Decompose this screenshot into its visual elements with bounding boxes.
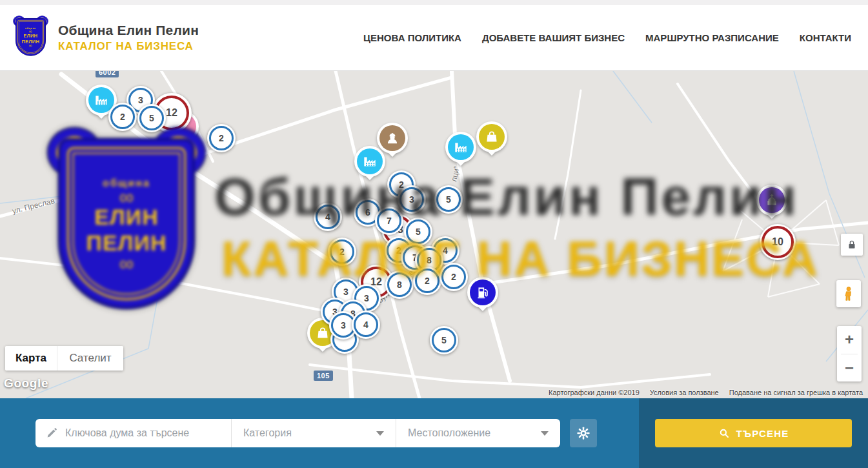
advanced-settings-button[interactable] [570, 419, 597, 447]
factory-pin-marker[interactable] [445, 132, 476, 172]
pin-head [756, 185, 787, 216]
search-button-label: ТЪРСЕНЕ [736, 428, 789, 439]
cluster-marker[interactable]: 2 [108, 103, 137, 131]
top-strip [0, 0, 868, 5]
cluster-count: 3 [399, 187, 425, 212]
pin-head [476, 121, 507, 152]
google-logo[interactable]: Google [4, 376, 48, 391]
report-error-link[interactable]: Подаване на сигнал за грешка в картата [729, 389, 863, 396]
cluster-count: 2 [330, 239, 355, 265]
cluster-marker[interactable]: 10 [760, 224, 796, 260]
site-logo[interactable]: община ЕЛИН ПЕЛИН Община Елин Пелин КАТА… [15, 18, 199, 58]
emblem-shield: община ЕЛИН ПЕЛИН [15, 18, 46, 56]
cluster-marker[interactable]: 5 [137, 104, 166, 132]
nav-item-3[interactable]: МАРШРУТНО РАЗПИСАНИЕ [645, 32, 779, 43]
cluster-marker[interactable]: 4 [352, 310, 380, 339]
emblem-flourish-icon [29, 44, 32, 47]
site-title: Община Елин Пелин [58, 23, 199, 38]
chevron-down-icon [541, 431, 549, 436]
cluster-marker[interactable]: 2 [207, 124, 236, 152]
lock-button[interactable] [841, 234, 863, 256]
map-type-control: Карта Сателит [5, 346, 123, 371]
cluster-count: 2 [415, 269, 440, 294]
location-select-value: Местоположение [408, 427, 490, 439]
cluster-marker[interactable]: 3 [398, 185, 426, 214]
cluster-marker[interactable]: 4 [314, 203, 342, 231]
factory-icon [448, 134, 474, 160]
location-select[interactable]: Местоположение [396, 419, 560, 447]
emblem-name-line1: ЕЛИН [23, 32, 37, 37]
cluster-count: 7 [377, 209, 402, 234]
nav-item-2[interactable]: ДОБАВЕТЕ ВАШИЯТ БИЗНЕС [482, 32, 625, 43]
gear-icon [576, 426, 590, 440]
bag-icon [479, 124, 505, 150]
cluster-count: 2 [209, 126, 234, 151]
cluster-marker[interactable]: 5 [430, 326, 458, 354]
map-canvas[interactable]: 6002 105 ул. Преслав бул. „Новоселци“ лц… [0, 71, 868, 398]
cluster-count: 2 [441, 265, 467, 290]
pegman-button[interactable] [836, 280, 861, 307]
pin-head [467, 277, 498, 308]
church-pin-marker[interactable] [756, 185, 787, 225]
cluster-marker[interactable]: 2 [413, 267, 441, 295]
cluster-marker[interactable]: 8 [385, 270, 414, 299]
terms-link[interactable]: Условия за ползване [650, 389, 719, 396]
satellite-view-button[interactable]: Сателит [57, 346, 123, 371]
emblem-flourish-icon [29, 29, 32, 32]
markers-layer: 1232522351367542274812822333834510 [0, 71, 868, 398]
search-icon [718, 427, 730, 439]
map-view-button[interactable]: Карта [5, 346, 57, 371]
attribution-copyright: Картографски данни ©2019 [549, 389, 640, 396]
chevron-down-icon [376, 431, 384, 436]
fuel-pin-marker[interactable] [467, 277, 498, 317]
factory-pin-marker[interactable] [354, 146, 385, 186]
search-button[interactable]: ТЪРСЕНЕ [655, 419, 852, 447]
church-icon [759, 187, 785, 213]
cluster-count: 5 [436, 187, 461, 212]
nav-item-4[interactable]: КОНТАКТИ [800, 32, 851, 43]
cluster-count: 10 [762, 226, 793, 258]
search-bar: Категория Местоположение [0, 398, 868, 468]
search-fields-panel: Категория Местоположение [0, 398, 639, 468]
cluster-count: 5 [432, 328, 457, 353]
cluster-count: 8 [387, 272, 412, 298]
nav-item-1[interactable]: ЦЕНОВА ПОЛИТИКА [363, 32, 461, 43]
zoom-in-button[interactable]: + [837, 326, 862, 354]
cluster-count: 4 [316, 205, 341, 230]
pegman-icon [840, 284, 857, 303]
category-select-value: Категория [243, 427, 292, 439]
cluster-count: 4 [354, 312, 379, 338]
cluster-marker[interactable]: 2 [328, 238, 356, 266]
cluster-count: 2 [110, 105, 136, 130]
search-action-panel: ТЪРСЕНЕ [639, 398, 868, 468]
pin-head [445, 132, 476, 163]
fuel-icon [470, 280, 496, 305]
municipality-emblem-icon: община ЕЛИН ПЕЛИН [15, 18, 48, 58]
search-pill: Категория Местоположение [35, 419, 560, 447]
map-attribution: Картографски данни ©2019 Условия за полз… [549, 389, 863, 396]
cluster-marker[interactable]: 5 [434, 185, 463, 214]
cluster-count: 5 [139, 106, 165, 131]
category-select[interactable]: Категория [231, 419, 396, 447]
main-nav: ЦЕНОВА ПОЛИТИКАДОБАВЕТЕ ВАШИЯТ БИЗНЕСМАР… [363, 32, 851, 43]
factory-icon [357, 148, 383, 174]
pin-head [354, 146, 385, 177]
padlock-icon [846, 239, 858, 250]
zoom-out-button[interactable]: − [837, 354, 862, 382]
site-subtitle: КАТАЛОГ НА БИЗНЕСА [58, 40, 199, 53]
header: община ЕЛИН ПЕЛИН Община Елин Пелин КАТА… [0, 5, 868, 71]
keyword-input[interactable] [64, 427, 231, 440]
bag-pin-marker[interactable] [476, 121, 507, 161]
cluster-marker[interactable]: 7 [375, 207, 403, 235]
zoom-control: + − [837, 326, 862, 382]
cluster-marker[interactable]: 2 [439, 263, 468, 291]
keyword-segment [35, 419, 231, 447]
pencil-icon [46, 427, 57, 439]
